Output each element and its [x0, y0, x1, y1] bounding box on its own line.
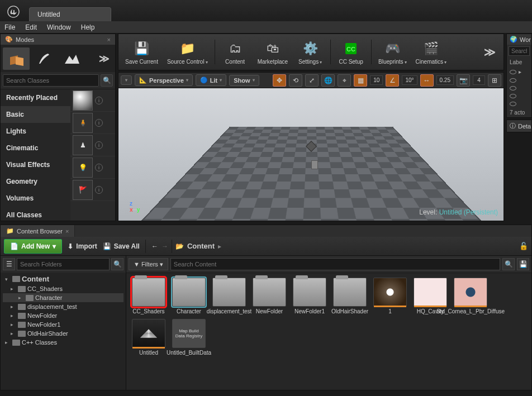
- eye-icon[interactable]: [510, 94, 516, 98]
- perspective-button[interactable]: 📐 Perspective▾: [135, 74, 193, 86]
- info-icon[interactable]: i: [95, 186, 103, 194]
- menu-window[interactable]: Window: [47, 23, 71, 31]
- viewport-options-button[interactable]: ▾: [121, 75, 132, 85]
- asset-item[interactable]: Map Build Data RegistryUntitled_BuiltDat…: [170, 318, 208, 357]
- paint-mode-icon[interactable]: [31, 47, 58, 70]
- list-item[interactable]: i: [70, 89, 115, 112]
- lock-icon[interactable]: 🔓: [519, 242, 528, 250]
- maximize-viewport-icon[interactable]: ⊞: [488, 74, 501, 87]
- content-button[interactable]: 🗂Content: [218, 39, 252, 66]
- cat-vfx[interactable]: Visual Effects: [1, 156, 70, 173]
- blueprints-button[interactable]: 🎮Blueprints▾: [375, 39, 410, 66]
- save-button[interactable]: 💾Save Current: [122, 39, 162, 66]
- close-icon[interactable]: ×: [65, 228, 69, 235]
- filters-button[interactable]: ▼ Filters ▾: [129, 258, 168, 270]
- placeable-list[interactable]: i 🧍i ♟i 💡i 🚩i: [70, 89, 115, 221]
- content-browser-tab[interactable]: 📁 Content Browser ×: [1, 225, 75, 237]
- sources-toggle-icon[interactable]: ☰: [3, 258, 15, 270]
- save-all-button[interactable]: 💾 Save All: [103, 242, 140, 250]
- camera-speed-icon[interactable]: 📷: [457, 74, 470, 87]
- asset-item[interactable]: OldHairShader: [331, 276, 369, 316]
- outliner-item[interactable]: [507, 77, 531, 84]
- cat-lights[interactable]: Lights: [1, 123, 70, 140]
- cat-geometry[interactable]: Geometry: [1, 173, 70, 190]
- tree-item[interactable]: ▾Content: [3, 274, 124, 284]
- document-tab[interactable]: Untitled: [29, 7, 111, 21]
- asset-item[interactable]: CC_Shaders: [130, 276, 168, 316]
- list-item[interactable]: 💡i: [70, 156, 115, 179]
- scale-snap-icon[interactable]: ↔: [420, 74, 434, 87]
- angle-snap-icon[interactable]: ∠: [386, 74, 399, 87]
- outliner-item[interactable]: [507, 84, 531, 92]
- asset-item[interactable]: NewFolder1: [291, 276, 329, 316]
- tree-item[interactable]: ▸Character: [3, 293, 124, 302]
- view-options-icon[interactable]: 💾: [517, 258, 529, 270]
- tree-item[interactable]: ▸NewFolder1: [3, 320, 124, 329]
- eye-icon[interactable]: [510, 86, 516, 90]
- tree-item[interactable]: ▸displacement_test: [3, 302, 124, 311]
- nav-back-icon[interactable]: ←: [151, 242, 158, 250]
- settings-button[interactable]: ⚙️Settings▾: [293, 39, 327, 66]
- info-icon[interactable]: i: [95, 97, 103, 104]
- viewport[interactable]: zx─y Level: Untitled (Persistent): [118, 88, 504, 221]
- outliner-search-input[interactable]: [509, 46, 530, 56]
- nav-forward-icon[interactable]: →: [162, 242, 168, 250]
- add-new-button[interactable]: 📄 Add New ▾: [4, 239, 62, 254]
- search-folders-input[interactable]: [17, 258, 110, 270]
- search-icon[interactable]: 🔍: [502, 258, 515, 270]
- chevron-right-icon[interactable]: ▸: [218, 242, 221, 250]
- tree-item[interactable]: ▸OldHairShader: [3, 329, 124, 338]
- angle-snap-value[interactable]: 10°: [402, 75, 417, 85]
- source-control-button[interactable]: 📁Source Control▾: [164, 39, 211, 66]
- asset-item[interactable]: NewFolder: [250, 276, 288, 316]
- cat-volumes[interactable]: Volumes: [1, 190, 70, 207]
- search-content-input[interactable]: [170, 258, 500, 270]
- outliner-item[interactable]: [507, 92, 531, 100]
- asset-item[interactable]: Character: [170, 276, 208, 316]
- grid-snap-value[interactable]: 10: [370, 75, 383, 85]
- info-icon[interactable]: i: [95, 141, 103, 149]
- cat-basic[interactable]: Basic: [1, 106, 70, 123]
- eye-icon[interactable]: [510, 102, 516, 106]
- surface-snap-icon[interactable]: ⌖: [338, 74, 351, 87]
- cat-cinematic[interactable]: Cinematic: [1, 140, 70, 156]
- rotate-gizmo-icon[interactable]: ⟲: [289, 74, 302, 87]
- asset-item[interactable]: 1: [371, 276, 409, 316]
- more-modes-icon[interactable]: ≫: [96, 53, 113, 65]
- translate-gizmo-icon[interactable]: ✥: [273, 74, 286, 87]
- search-classes-input[interactable]: [3, 74, 99, 87]
- world-local-icon[interactable]: 🌐: [321, 74, 335, 87]
- show-button[interactable]: Show▾: [229, 75, 259, 86]
- breadcrumb-path[interactable]: Content: [187, 242, 215, 250]
- asset-grid[interactable]: CC_ShadersCharacterdisplacement_testNewF…: [126, 273, 531, 390]
- lit-button[interactable]: 🔵 Lit▾: [196, 74, 226, 86]
- cc-setup-button[interactable]: CCCC Setup: [334, 39, 368, 66]
- search-icon[interactable]: 🔍: [101, 74, 113, 87]
- eye-icon[interactable]: [510, 78, 516, 83]
- world-outliner-tab[interactable]: 🌍 Wor: [507, 34, 531, 45]
- outliner-item[interactable]: [507, 100, 531, 108]
- tree-item[interactable]: ▸NewFolder: [3, 311, 124, 320]
- details-tab[interactable]: ⓘ Deta: [507, 120, 531, 132]
- toolbar-more-icon[interactable]: ≫: [479, 45, 500, 59]
- camera-speed-value[interactable]: 4: [473, 75, 485, 85]
- menu-help[interactable]: Help: [81, 23, 95, 31]
- asset-item[interactable]: Untitled: [130, 318, 168, 357]
- tree-item[interactable]: ▸C++ Classes: [3, 338, 124, 347]
- marketplace-button[interactable]: 🛍Marketplace: [254, 39, 291, 66]
- close-icon[interactable]: ×: [107, 36, 111, 43]
- outliner-item[interactable]: ▸: [507, 67, 531, 77]
- search-icon[interactable]: 🔍: [111, 258, 124, 270]
- scale-gizmo-icon[interactable]: ⤢: [305, 74, 319, 87]
- cat-recent[interactable]: Recently Placed: [1, 89, 70, 106]
- list-item[interactable]: 🧍i: [70, 112, 115, 134]
- cat-all[interactable]: All Classes: [1, 207, 70, 221]
- scale-snap-value[interactable]: 0.25: [436, 75, 454, 85]
- menu-file[interactable]: File: [4, 23, 15, 31]
- info-icon[interactable]: i: [95, 164, 103, 171]
- place-mode-icon[interactable]: [3, 47, 30, 70]
- menu-edit[interactable]: Edit: [25, 23, 37, 31]
- grid-snap-icon[interactable]: ▦: [354, 74, 367, 87]
- eye-icon[interactable]: [510, 70, 516, 74]
- tree-item[interactable]: ▸CC_Shaders: [3, 284, 124, 293]
